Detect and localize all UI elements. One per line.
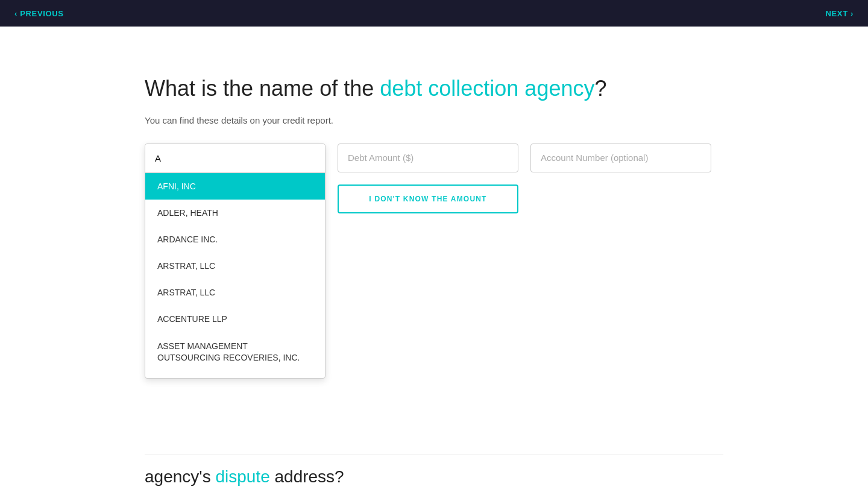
address-title-prefix: agency's — [145, 467, 215, 486]
account-number-input[interactable] — [530, 143, 711, 172]
next-button[interactable]: NEXT › — [825, 9, 854, 18]
dropdown-item[interactable]: AFNI, INC — [145, 173, 325, 200]
dropdown-list: AFNI, INCADLER, HEATHARDANCE INC.ARSTRAT… — [145, 173, 325, 378]
title-highlight: debt collection agency — [380, 76, 594, 101]
dropdown-item[interactable]: ARSTRAT, LLC — [145, 253, 325, 279]
top-nav: ‹ PREVIOUS NEXT › — [0, 0, 868, 27]
previous-button[interactable]: ‹ PREVIOUS — [14, 9, 64, 18]
form-row-2: I DON'T KNOW THE AMOUNT — [338, 184, 723, 213]
dropdown-item[interactable]: ARSTRAT, LLC — [145, 279, 325, 306]
dont-know-button[interactable]: I DON'T KNOW THE AMOUNT — [338, 184, 518, 213]
form-section: AFNI, INCADLER, HEATHARDANCE INC.ARSTRAT… — [145, 143, 723, 495]
page-title: What is the name of the debt collection … — [145, 75, 723, 103]
title-suffix: ? — [594, 76, 606, 101]
form-row-1 — [338, 143, 723, 172]
agency-dropdown[interactable]: AFNI, INCADLER, HEATHARDANCE INC.ARSTRAT… — [145, 143, 326, 379]
dropdown-item[interactable]: ACCENTURE LLP — [145, 306, 325, 332]
debt-amount-input[interactable] — [338, 143, 518, 172]
address-title: agency's dispute address? — [145, 467, 723, 487]
agency-search-input[interactable] — [145, 144, 325, 173]
dropdown-item[interactable]: ADLER, HEATH — [145, 200, 325, 226]
address-title-highlight: dispute — [215, 467, 269, 486]
main-content: What is the name of the debt collection … — [0, 27, 723, 495]
dropdown-item[interactable]: AVANTEUSA, LTD — [145, 373, 325, 378]
title-prefix: What is the name of the — [145, 76, 380, 101]
subtitle: You can find these details on your credi… — [145, 115, 723, 125]
dropdown-item[interactable]: ARDANCE INC. — [145, 226, 325, 253]
address-title-suffix: address? — [270, 467, 344, 486]
dropdown-item[interactable]: ASSET MANAGEMENT OUTSOURCING RECOVERIES,… — [145, 332, 325, 373]
section-divider — [145, 455, 723, 455]
